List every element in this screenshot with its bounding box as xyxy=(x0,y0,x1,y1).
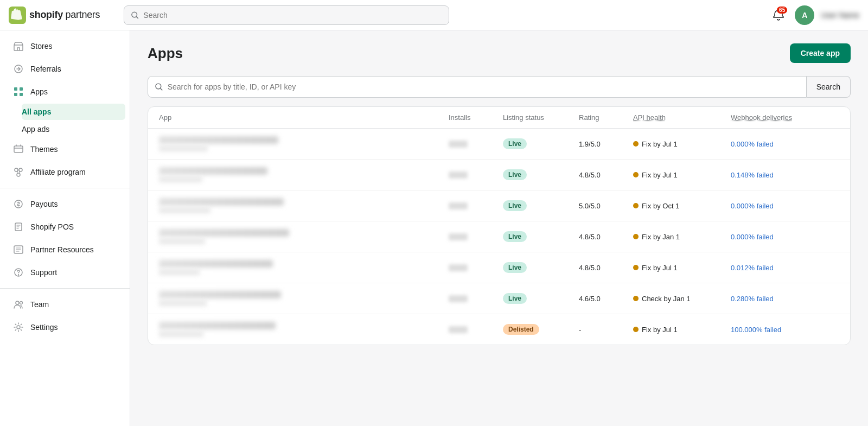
sidebar-pos-label: Shopify POS xyxy=(30,222,74,231)
svg-point-11 xyxy=(17,173,20,176)
col-header-installs: Installs xyxy=(449,113,503,122)
status-badge: Live xyxy=(503,138,527,149)
app-sub-blurred xyxy=(159,145,208,151)
sidebar-divider-2 xyxy=(0,288,130,289)
rating-col: 5.0/5.0 xyxy=(579,202,633,210)
sidebar-support-label: Support xyxy=(30,268,57,277)
app-name-blurred xyxy=(159,136,278,144)
status-col: Live xyxy=(503,293,579,304)
webhook-link[interactable]: 0.148% failed xyxy=(731,171,774,179)
sidebar-app-ads-label: App ads xyxy=(22,125,49,133)
webhook-col: 0.000% failed xyxy=(731,201,839,210)
installs-blurred xyxy=(449,264,468,271)
logo-text: shopify partners xyxy=(29,9,100,21)
installs-blurred xyxy=(449,171,468,179)
status-col: Live xyxy=(503,138,579,149)
svg-point-16 xyxy=(16,301,19,304)
table-row[interactable]: Delisted - Fix by Jul 1 100.000% failed xyxy=(148,314,850,345)
referral-icon xyxy=(13,63,24,74)
app-name-col xyxy=(159,167,449,182)
sidebar-item-themes[interactable]: Themes xyxy=(4,138,125,160)
themes-icon xyxy=(13,144,24,155)
sidebar-item-apps[interactable]: Apps xyxy=(4,81,125,103)
sidebar-apps-label: Apps xyxy=(30,87,48,96)
apps-search-bar[interactable] xyxy=(148,76,807,98)
webhook-col: 100.000% failed xyxy=(731,325,839,334)
api-health-col: Fix by Jul 1 xyxy=(633,171,731,179)
apps-table: App Installs Listing status Rating API h… xyxy=(148,106,851,345)
table-row[interactable]: Live 1.9/5.0 Fix by Jul 1 0.000% failed xyxy=(148,129,850,160)
app-name-blurred xyxy=(159,260,273,268)
sidebar-resources-label: Partner Resources xyxy=(30,245,94,254)
store-icon xyxy=(13,41,24,52)
webhook-col: 0.000% failed xyxy=(731,139,839,148)
global-search-bar[interactable] xyxy=(124,5,449,25)
table-row[interactable]: Live 5.0/5.0 Fix by Oct 1 0.000% failed xyxy=(148,190,850,221)
payouts-icon xyxy=(13,199,24,209)
webhook-col: 0.280% failed xyxy=(731,294,839,303)
page-title: Apps xyxy=(148,45,183,62)
notifications-button[interactable]: 65 xyxy=(769,5,788,25)
api-health-text: Fix by Jan 1 xyxy=(642,233,680,241)
main-content: Apps Create app Search App Installs List… xyxy=(130,30,868,426)
api-health-text: Fix by Oct 1 xyxy=(642,202,679,210)
sidebar-item-settings[interactable]: Settings xyxy=(4,316,125,338)
sidebar-item-partner-resources[interactable]: Partner Resources xyxy=(4,239,125,260)
sidebar-item-app-ads[interactable]: App ads xyxy=(22,121,125,137)
apps-search-row: Search xyxy=(148,76,851,98)
webhook-link[interactable]: 0.000% failed xyxy=(731,140,774,148)
table-row[interactable]: Live 4.8/5.0 Fix by Jul 1 0.012% failed xyxy=(148,252,850,283)
app-name-col xyxy=(159,291,449,306)
sidebar-item-referrals[interactable]: Referrals xyxy=(4,58,125,80)
installs-blurred xyxy=(449,141,468,148)
app-name-col xyxy=(159,322,449,337)
apps-search-button[interactable]: Search xyxy=(807,76,851,98)
status-col: Live xyxy=(503,200,579,211)
api-health-text: Fix by Jul 1 xyxy=(642,264,678,272)
api-health-text: Fix by Jul 1 xyxy=(642,171,678,179)
create-app-button[interactable]: Create app xyxy=(790,43,851,63)
api-health-dot xyxy=(633,141,639,147)
app-sub-blurred xyxy=(159,176,202,182)
global-search-input[interactable] xyxy=(143,11,442,20)
col-header-api-health: API health xyxy=(633,113,731,122)
api-health-col: Fix by Jul 1 xyxy=(633,264,731,272)
apps-search-input[interactable] xyxy=(168,82,800,91)
sidebar-item-affiliate[interactable]: Affiliate program xyxy=(4,161,125,183)
webhook-link[interactable]: 100.000% failed xyxy=(731,326,781,334)
api-health-dot xyxy=(633,327,639,332)
table-header: App Installs Listing status Rating API h… xyxy=(148,107,850,129)
webhook-link[interactable]: 0.000% failed xyxy=(731,233,774,241)
status-badge: Live xyxy=(503,262,527,273)
avatar[interactable]: A xyxy=(795,5,814,25)
status-col: Live xyxy=(503,231,579,242)
svg-point-17 xyxy=(20,302,23,304)
sidebar-item-stores[interactable]: Stores xyxy=(4,35,125,57)
sidebar-item-shopify-pos[interactable]: Shopify POS xyxy=(4,216,125,238)
installs-col xyxy=(449,264,503,271)
svg-rect-5 xyxy=(20,87,23,91)
sidebar-team-label: Team xyxy=(30,300,49,309)
sidebar-item-all-apps[interactable]: All apps xyxy=(22,104,125,120)
shopify-logo-icon xyxy=(9,7,26,24)
sidebar-item-payouts[interactable]: Payouts xyxy=(4,193,125,215)
app-name-col xyxy=(159,198,449,213)
webhook-link[interactable]: 0.000% failed xyxy=(731,202,774,210)
table-row[interactable]: Live 4.8/5.0 Fix by Jul 1 0.148% failed xyxy=(148,160,850,190)
rating-col: 4.6/5.0 xyxy=(579,295,633,303)
api-health-dot xyxy=(633,234,639,239)
search-icon xyxy=(131,11,139,20)
table-row[interactable]: Live 4.6/5.0 Check by Jan 1 0.280% faile… xyxy=(148,283,850,314)
installs-col xyxy=(449,233,503,240)
installs-blurred xyxy=(449,233,468,240)
table-row[interactable]: Live 4.8/5.0 Fix by Jan 1 0.000% failed xyxy=(148,221,850,252)
sidebar-item-team[interactable]: Team xyxy=(4,294,125,315)
api-health-dot xyxy=(633,265,639,270)
app-name-blurred xyxy=(159,198,284,206)
api-health-col: Fix by Oct 1 xyxy=(633,202,731,210)
webhook-link[interactable]: 0.280% failed xyxy=(731,295,774,303)
notification-badge: 65 xyxy=(777,7,787,14)
sidebar-item-support[interactable]: Support xyxy=(4,262,125,283)
user-name[interactable]: User Name xyxy=(821,11,859,20)
webhook-link[interactable]: 0.012% failed xyxy=(731,264,774,272)
